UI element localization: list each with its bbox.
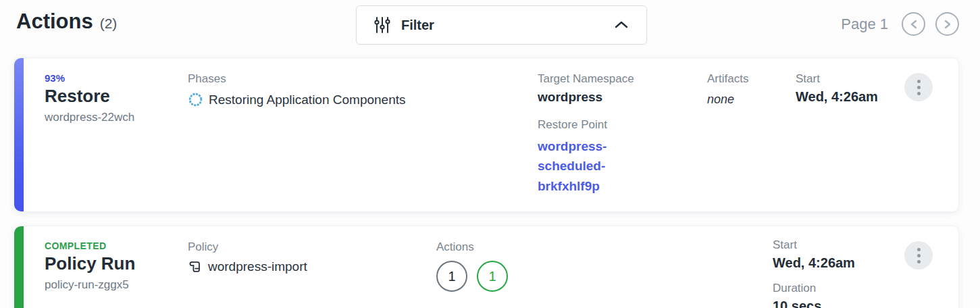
restore-artifacts-column: Artifacts none (707, 72, 748, 107)
restore-kebab-menu-button[interactable] (904, 73, 933, 101)
restore-point-label: Restore Point (538, 118, 634, 132)
restore-start-column: Start Wed, 4:26am (796, 72, 878, 105)
pagination: Page 1 (841, 12, 959, 36)
policy-run-title: Policy Run (45, 253, 135, 274)
restore-summary-column: 93% Restore wordpress-22wch (45, 72, 134, 124)
page-number: Page 1 (841, 16, 888, 33)
filter-label: Filter (401, 18, 434, 33)
next-page-button[interactable] (935, 12, 959, 36)
start-value: Wed, 4:26am (796, 89, 878, 105)
restore-id: wordpress-22wch (45, 111, 134, 124)
page-title: Actions (2) (16, 9, 117, 34)
restore-accent-bar (14, 58, 24, 211)
action-card-policy-run[interactable]: COMPLETED Policy Run policy-run-zggx5 Po… (14, 226, 959, 308)
actions-completed-count[interactable]: 1 (477, 261, 508, 292)
policy-run-start-column: Start Wed, 4:26am Duration 10 secs (773, 238, 855, 308)
previous-page-button[interactable] (902, 12, 925, 36)
actions-total-count[interactable]: 1 (436, 261, 467, 292)
chevron-right-icon (944, 20, 952, 29)
scroll-icon (188, 259, 203, 274)
policy-column: Policy wordpress-import (188, 240, 307, 274)
policy-run-id: policy-run-zggx5 (45, 278, 135, 292)
policy-label: Policy (188, 240, 307, 254)
status-badge: COMPLETED (45, 240, 135, 251)
page-title-text: Actions (16, 9, 93, 34)
restore-title: Restore (45, 86, 134, 107)
filter-button[interactable]: Filter (356, 5, 647, 45)
restore-progress: 93% (45, 72, 134, 84)
chevron-up-icon (614, 20, 629, 30)
phase-text: Restoring Application Components (209, 93, 406, 107)
policy-run-accent-bar (14, 226, 24, 308)
filter-sliders-icon (374, 16, 390, 34)
kebab-icon (917, 80, 921, 83)
artifacts-label: Artifacts (707, 72, 748, 86)
start-value: Wed, 4:26am (773, 255, 855, 271)
start-label: Start (796, 72, 878, 86)
restore-phases-column: Phases Restoring Application Components (188, 72, 406, 107)
actions-header: Actions (2) Filter Page 1 (0, 0, 980, 49)
restore-target-column: Target Namespace wordpress Restore Point… (538, 72, 634, 196)
start-label: Start (773, 238, 855, 252)
target-namespace-label: Target Namespace (538, 72, 634, 86)
actions-count: (2) (100, 16, 118, 32)
action-card-restore[interactable]: 93% Restore wordpress-22wch Phases Resto… (14, 57, 959, 212)
restore-point-link[interactable]: wordpress-scheduled-brkfxhlf9p (538, 136, 629, 196)
spinner-icon (188, 92, 203, 107)
actions-count-column: Actions 1 1 (436, 240, 508, 292)
policy-run-kebab-menu-button[interactable] (904, 241, 933, 270)
policy-run-summary-column: COMPLETED Policy Run policy-run-zggx5 (45, 240, 135, 292)
actions-label: Actions (436, 240, 508, 254)
phases-label: Phases (188, 72, 406, 86)
chevron-left-icon (910, 20, 918, 29)
target-namespace-value: wordpress (538, 90, 634, 105)
duration-value: 10 secs (773, 299, 855, 308)
duration-label: Duration (773, 282, 855, 295)
artifacts-value: none (707, 93, 748, 107)
kebab-icon (917, 248, 921, 251)
policy-name: wordpress-import (208, 259, 307, 274)
